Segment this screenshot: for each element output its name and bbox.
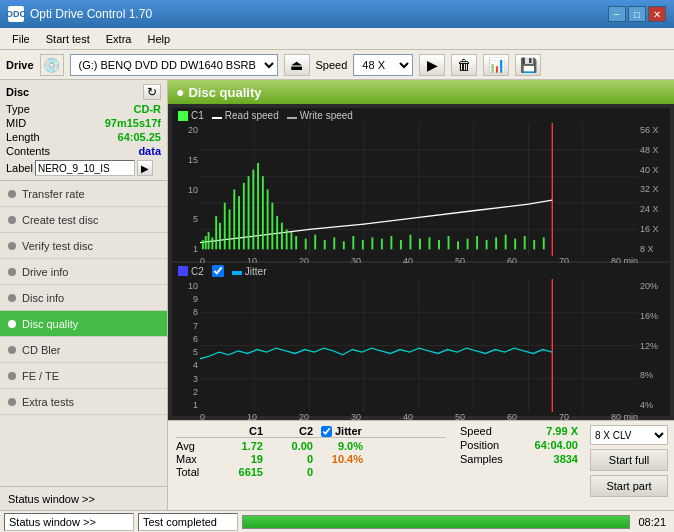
avg-jitter-value: 9.0%: [321, 440, 371, 452]
time-display: 08:21: [634, 516, 670, 528]
menu-extra[interactable]: Extra: [98, 31, 140, 47]
speed-select[interactable]: 48 X: [353, 54, 413, 76]
maximize-button[interactable]: □: [628, 6, 646, 22]
svg-rect-14: [208, 232, 210, 249]
chart2-container: C2 Jitter 10 9 8 7 6: [172, 263, 670, 416]
start-part-button[interactable]: Start part: [590, 475, 668, 497]
clv-select[interactable]: 8 X CLV: [590, 425, 668, 445]
erase-button[interactable]: 🗑: [451, 54, 477, 76]
legend-write: Write speed: [287, 110, 353, 121]
titlebar: ODC Opti Drive Control 1.70 − □ ✕: [0, 0, 674, 28]
disc-refresh-button[interactable]: ↻: [143, 84, 161, 100]
legend-read-label: Read speed: [225, 110, 279, 121]
svg-rect-24: [252, 170, 254, 250]
sidebar-item-label: Disc quality: [22, 318, 78, 330]
stats-max-row: Max 19 0 10.4%: [176, 453, 446, 465]
disc-label-label: Label: [6, 162, 33, 174]
position-row: Position 64:04.00: [460, 439, 578, 451]
start-full-button[interactable]: Start full: [590, 449, 668, 471]
speed-val: 7.99 X: [546, 425, 578, 437]
max-c1-value: 19: [221, 453, 271, 465]
titlebar-left: ODC Opti Drive Control 1.70: [8, 6, 152, 22]
status-window-panel[interactable]: Status window >>: [4, 513, 134, 531]
disc-mid-value: 97m15s17f: [105, 117, 161, 129]
sidebar-item-fe-te[interactable]: FE / TE: [0, 363, 167, 389]
read-color-dot: [212, 117, 222, 119]
sidebar-item-extra-tests[interactable]: Extra tests: [0, 389, 167, 415]
disc-contents-value: data: [138, 145, 161, 157]
svg-rect-37: [333, 237, 335, 249]
menubar: File Start test Extra Help: [0, 28, 674, 50]
svg-rect-44: [400, 240, 402, 249]
titlebar-controls: − □ ✕: [608, 6, 666, 22]
sidebar-item-label: CD Bler: [22, 344, 61, 356]
stats-header-row: C1 C2 Jitter: [176, 425, 446, 438]
chart2-x-axis: 0 10 20 30 40 50 60 70 80 min: [200, 412, 638, 422]
samples-row: Samples 3834: [460, 453, 578, 465]
sidebar-item-disc-info[interactable]: Disc info: [0, 285, 167, 311]
drive-label: Drive: [6, 59, 34, 71]
stats-total-row: Total 6615 0: [176, 466, 446, 478]
svg-rect-25: [257, 163, 259, 249]
drive-eject-button[interactable]: ⏏: [284, 54, 310, 76]
svg-rect-13: [205, 236, 207, 249]
disc-quality-title: Disc quality: [188, 85, 261, 100]
svg-rect-32: [290, 232, 292, 249]
svg-rect-30: [281, 223, 283, 250]
svg-rect-20: [233, 190, 235, 250]
legend-c2: C2: [178, 266, 204, 277]
svg-rect-38: [343, 241, 345, 249]
svg-rect-46: [419, 239, 421, 250]
scan-button[interactable]: 📊: [483, 54, 509, 76]
svg-rect-16: [215, 216, 217, 249]
write-color-dot: [287, 117, 297, 119]
avg-c2-value: 0.00: [271, 440, 321, 452]
svg-rect-59: [543, 237, 545, 249]
svg-rect-22: [243, 183, 245, 250]
stats-jitter-header: Jitter: [335, 425, 362, 437]
legend-write-label: Write speed: [300, 110, 353, 121]
jitter-color-dot: [232, 271, 242, 275]
avg-c1-value: 1.72: [221, 440, 271, 452]
statusbar: Status window >> Test completed 100.0% 0…: [0, 510, 674, 532]
nav-bullet: [8, 216, 16, 224]
disc-panel-header: Disc ↻: [6, 84, 161, 100]
disc-mid-row: MID 97m15s17f: [6, 116, 161, 130]
sidebar-item-create-test-disc[interactable]: Create test disc: [0, 207, 167, 233]
sidebar-item-disc-quality[interactable]: Disc quality: [0, 311, 167, 337]
chart1-y-axis-left: 20 15 10 5 1: [172, 123, 200, 256]
menu-start-test[interactable]: Start test: [38, 31, 98, 47]
chart1-y-axis-right: 56 X 48 X 40 X 32 X 24 X 16 X 8 X: [638, 123, 670, 256]
sidebar-item-drive-info[interactable]: Drive info: [0, 259, 167, 285]
sidebar-item-transfer-rate[interactable]: Transfer rate: [0, 181, 167, 207]
sidebar-item-label: Verify test disc: [22, 240, 93, 252]
chart2-legend: C2 Jitter: [172, 263, 670, 279]
jitter-checkbox[interactable]: [212, 265, 224, 277]
drive-select[interactable]: (G:) BENQ DVD DD DW1640 BSRB: [70, 54, 278, 76]
sidebar-item-cd-bler[interactable]: CD Bler: [0, 337, 167, 363]
legend-jitter-label: Jitter: [245, 266, 267, 277]
close-button[interactable]: ✕: [648, 6, 666, 22]
progress-bar-fill: [243, 516, 629, 528]
minimize-button[interactable]: −: [608, 6, 626, 22]
save-button[interactable]: 💾: [515, 54, 541, 76]
legend-c1-label: C1: [191, 110, 204, 121]
jitter-stats-checkbox[interactable]: [321, 426, 332, 437]
svg-rect-23: [248, 176, 250, 249]
disc-label-go-button[interactable]: ▶: [137, 160, 153, 176]
disc-label-input[interactable]: [35, 160, 135, 176]
svg-rect-12: [202, 240, 204, 249]
status-window-button[interactable]: Status window >>: [0, 486, 168, 510]
disc-mid-label: MID: [6, 117, 26, 129]
legend-c2-label: C2: [191, 266, 204, 277]
speed-arrow-button[interactable]: ▶: [419, 54, 445, 76]
nav-bullet: [8, 372, 16, 380]
sidebar-item-verify-test-disc[interactable]: Verify test disc: [0, 233, 167, 259]
menu-help[interactable]: Help: [139, 31, 178, 47]
menu-file[interactable]: File: [4, 31, 38, 47]
samples-key: Samples: [460, 453, 503, 465]
status-window-text: Status window >>: [9, 516, 96, 528]
chart2-body: 10 9 8 7 6 5 4 3 2 1: [172, 279, 670, 412]
app-icon: ODC: [8, 6, 24, 22]
test-completed-text: Test completed: [143, 516, 217, 528]
